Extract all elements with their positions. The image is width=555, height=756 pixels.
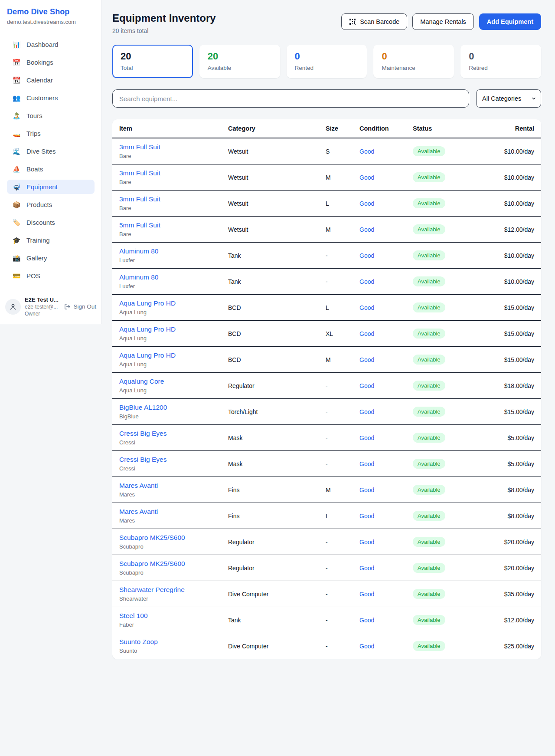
item-size: L [326,513,359,519]
status-badge: Available [413,641,445,651]
stat-card-maintenance[interactable]: 0 Maintenance [373,45,454,78]
item-condition-link[interactable]: Good [359,513,413,519]
column-header-size: Size [326,125,359,132]
stat-card-rented[interactable]: 0 Rented [287,45,367,78]
table-row: Mares Avanti Mares Fins L Good Available… [112,503,541,529]
status-cell: Available [413,198,486,208]
sidebar-item-products[interactable]: 📦 Products [7,197,95,212]
status-cell: Available [413,302,486,312]
status-cell: Available [413,250,486,260]
item-condition-link[interactable]: Good [359,252,413,259]
item-rental: $20.00/day [486,539,534,546]
item-name-link[interactable]: 5mm Full Suit [119,221,228,229]
sidebar-item-discounts[interactable]: 🏷️ Discounts [7,215,95,230]
item-size: - [326,539,359,546]
item-name-link[interactable]: Aluminum 80 [119,247,228,255]
item-condition-link[interactable]: Good [359,434,413,441]
search-input[interactable] [112,89,469,108]
item-condition-link[interactable]: Good [359,304,413,311]
item-cell: Scubapro MK25/S600 Scubapro [119,560,228,576]
sidebar-item-tours[interactable]: 🏝️ Tours [7,108,95,123]
status-cell: Available [413,433,486,443]
item-rental: $5.00/day [486,460,534,467]
table-row: Aqualung Core Aqua Lung Regulator - Good… [112,373,541,399]
item-condition-link[interactable]: Good [359,486,413,493]
sidebar-item-dashboard[interactable]: 📊 Dashboard [7,37,95,52]
stat-card-retired[interactable]: 0 Retired [460,45,541,78]
item-condition-link[interactable]: Good [359,330,413,337]
item-category: Torch/Light [228,408,326,415]
sidebar-item-trips[interactable]: 🚤 Trips [7,126,95,141]
item-name-link[interactable]: Cressi Big Eyes [119,430,228,437]
item-condition-link[interactable]: Good [359,617,413,624]
item-name-link[interactable]: 3mm Full Suit [119,143,228,151]
item-name-link[interactable]: 3mm Full Suit [119,195,228,203]
sidebar-item-gallery[interactable]: 📸 Gallery [7,251,95,265]
table-row: Aqua Lung Pro HD Aqua Lung BCD L Good Av… [112,295,541,321]
item-name-link[interactable]: Steel 100 [119,612,228,620]
item-size: M [326,174,359,181]
item-rental: $10.00/day [486,148,534,155]
sidebar-item-bookings[interactable]: 📅 Bookings [7,55,95,69]
item-name-link[interactable]: Cressi Big Eyes [119,456,228,463]
item-condition-link[interactable]: Good [359,591,413,598]
item-name-link[interactable]: Scubapro MK25/S600 [119,560,228,568]
item-name-link[interactable]: BigBlue AL1200 [119,404,228,411]
item-condition-link[interactable]: Good [359,174,413,181]
sidebar-item-training[interactable]: 🎓 Training [7,233,95,247]
item-size: - [326,278,359,285]
item-name-link[interactable]: Suunto Zoop [119,638,228,646]
item-condition-link[interactable]: Good [359,565,413,572]
item-name-link[interactable]: Shearwater Peregrine [119,586,228,594]
category-select[interactable]: All Categories [476,89,541,108]
item-category: Fins [228,513,326,519]
user-role: Owner [25,311,60,317]
item-name-link[interactable]: Aqua Lung Pro HD [119,325,228,333]
item-brand: Aqua Lung [119,309,228,316]
add-equipment-button[interactable]: Add Equipment [479,13,541,30]
item-condition-link[interactable]: Good [359,148,413,155]
item-condition-link[interactable]: Good [359,226,413,233]
sidebar-item-equipment[interactable]: 🤿 Equipment [7,180,95,194]
item-name-link[interactable]: 3mm Full Suit [119,169,228,177]
table-row: 3mm Full Suit Bare Wetsuit S Good Availa… [112,138,541,164]
sidebar-item-label: Tours [26,112,42,119]
item-brand: Aqua Lung [119,361,228,368]
item-brand: Scubapro [119,569,228,576]
status-cell: Available [413,511,486,521]
sidebar-item-boats[interactable]: ⛵ Boats [7,162,95,176]
item-name-link[interactable]: Aqua Lung Pro HD [119,299,228,307]
sidebar-item-calendar[interactable]: 📆 Calendar [7,73,95,87]
item-name-link[interactable]: Mares Avanti [119,508,228,516]
table-row: Shearwater Peregrine Shearwater Dive Com… [112,581,541,607]
item-condition-link[interactable]: Good [359,539,413,546]
item-rental: $10.00/day [486,278,534,285]
item-condition-link[interactable]: Good [359,460,413,467]
item-condition-link[interactable]: Good [359,408,413,415]
sidebar-item-dive-sites[interactable]: 🌊 Dive Sites [7,144,95,158]
sidebar-item-customers[interactable]: 👥 Customers [7,91,95,105]
sidebar-item-pos[interactable]: 💳 POS [7,269,95,283]
bookings-icon: 📅 [12,59,21,66]
item-name-link[interactable]: Aluminum 80 [119,273,228,281]
item-condition-link[interactable]: Good [359,356,413,363]
sign-out-button[interactable]: Sign Out [64,303,96,310]
item-condition-link[interactable]: Good [359,278,413,285]
stat-card-total[interactable]: 20 Total [112,45,193,78]
sidebar-item-label: Equipment [26,183,58,191]
item-condition-link[interactable]: Good [359,643,413,650]
item-cell: Aqualung Core Aqua Lung [119,378,228,394]
item-size: M [326,486,359,493]
item-name-link[interactable]: Mares Avanti [119,482,228,490]
item-name-link[interactable]: Aqualung Core [119,378,228,385]
item-condition-link[interactable]: Good [359,382,413,389]
item-size: - [326,591,359,598]
calendar-icon: 📆 [12,77,21,83]
item-size: L [326,304,359,311]
item-name-link[interactable]: Aqua Lung Pro HD [119,352,228,359]
manage-rentals-button[interactable]: Manage Rentals [412,13,474,30]
stat-card-available[interactable]: 20 Available [199,45,280,78]
item-name-link[interactable]: Scubapro MK25/S600 [119,534,228,542]
scan-barcode-button[interactable]: Scan Barcode [341,13,407,30]
item-condition-link[interactable]: Good [359,200,413,207]
